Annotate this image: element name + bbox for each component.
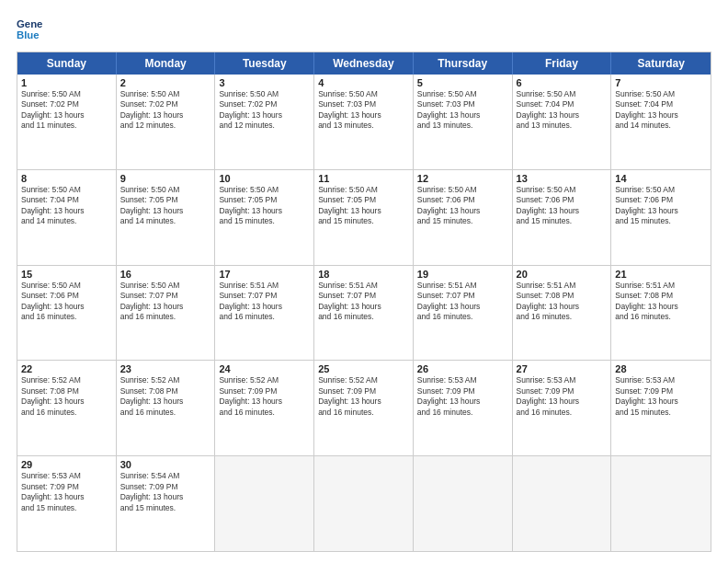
header: General Blue	[17, 17, 711, 42]
day-number: 7	[615, 77, 707, 88]
day-info: Sunrise: 5:50 AMSunset: 7:04 PMDaylight:…	[615, 89, 707, 132]
day-number: 20	[517, 269, 608, 280]
calendar-cell: 6Sunrise: 5:50 AMSunset: 7:04 PMDaylight…	[513, 75, 612, 169]
calendar-row: 1Sunrise: 5:50 AMSunset: 7:02 PMDaylight…	[17, 75, 711, 169]
calendar-cell: 14Sunrise: 5:50 AMSunset: 7:06 PMDayligh…	[611, 170, 711, 265]
day-number: 2	[120, 77, 211, 88]
day-number: 8	[21, 173, 112, 184]
day-info: Sunrise: 5:52 AMSunset: 7:08 PMDaylight:…	[21, 375, 112, 418]
day-info: Sunrise: 5:50 AMSunset: 7:02 PMDaylight:…	[21, 89, 112, 132]
day-number: 5	[417, 77, 508, 88]
day-number: 12	[417, 173, 508, 184]
day-info: Sunrise: 5:52 AMSunset: 7:09 PMDaylight:…	[219, 375, 310, 418]
day-info: Sunrise: 5:51 AMSunset: 7:08 PMDaylight:…	[615, 281, 707, 323]
calendar-cell: 15Sunrise: 5:50 AMSunset: 7:06 PMDayligh…	[17, 266, 117, 361]
weekday-header: Monday	[117, 52, 216, 75]
calendar-cell: 16Sunrise: 5:50 AMSunset: 7:07 PMDayligh…	[117, 266, 216, 361]
day-number: 22	[21, 363, 112, 374]
calendar-cell	[611, 456, 711, 551]
weekday-header: Saturday	[611, 52, 711, 75]
day-info: Sunrise: 5:52 AMSunset: 7:08 PMDaylight:…	[120, 375, 211, 418]
day-number: 6	[517, 77, 608, 88]
calendar-cell: 10Sunrise: 5:50 AMSunset: 7:05 PMDayligh…	[215, 170, 314, 265]
weekday-header: Friday	[513, 52, 612, 75]
day-number: 30	[120, 459, 211, 470]
day-number: 27	[517, 363, 608, 374]
calendar-cell: 23Sunrise: 5:52 AMSunset: 7:08 PMDayligh…	[117, 361, 216, 455]
day-info: Sunrise: 5:50 AMSunset: 7:05 PMDaylight:…	[120, 185, 211, 227]
day-info: Sunrise: 5:50 AMSunset: 7:05 PMDaylight:…	[219, 185, 310, 227]
weekday-header: Tuesday	[215, 52, 314, 75]
day-number: 10	[219, 173, 310, 184]
calendar-row: 29Sunrise: 5:53 AMSunset: 7:09 PMDayligh…	[17, 455, 711, 551]
calendar-cell: 2Sunrise: 5:50 AMSunset: 7:02 PMDaylight…	[117, 75, 216, 169]
calendar-row: 8Sunrise: 5:50 AMSunset: 7:04 PMDaylight…	[17, 169, 711, 265]
calendar-cell: 8Sunrise: 5:50 AMSunset: 7:04 PMDaylight…	[17, 170, 117, 265]
calendar-cell: 28Sunrise: 5:53 AMSunset: 7:09 PMDayligh…	[611, 361, 711, 455]
day-number: 9	[120, 173, 211, 184]
day-info: Sunrise: 5:50 AMSunset: 7:05 PMDaylight:…	[318, 185, 409, 227]
calendar-cell: 21Sunrise: 5:51 AMSunset: 7:08 PMDayligh…	[611, 266, 711, 361]
calendar-cell: 5Sunrise: 5:50 AMSunset: 7:03 PMDaylight…	[414, 75, 513, 169]
calendar-cell	[215, 456, 314, 551]
weekday-header: Thursday	[414, 52, 513, 75]
day-info: Sunrise: 5:51 AMSunset: 7:07 PMDaylight:…	[318, 281, 409, 323]
page: General Blue SundayMondayTuesdayWednesda…	[0, 0, 728, 563]
calendar-cell: 29Sunrise: 5:53 AMSunset: 7:09 PMDayligh…	[17, 456, 117, 551]
day-number: 21	[615, 269, 707, 280]
calendar-cell: 26Sunrise: 5:53 AMSunset: 7:09 PMDayligh…	[414, 361, 513, 455]
day-info: Sunrise: 5:50 AMSunset: 7:04 PMDaylight:…	[517, 89, 608, 132]
day-info: Sunrise: 5:51 AMSunset: 7:07 PMDaylight:…	[219, 281, 310, 323]
day-info: Sunrise: 5:53 AMSunset: 7:09 PMDaylight:…	[21, 471, 112, 513]
calendar-cell: 12Sunrise: 5:50 AMSunset: 7:06 PMDayligh…	[414, 170, 513, 265]
day-info: Sunrise: 5:53 AMSunset: 7:09 PMDaylight:…	[517, 375, 608, 418]
day-number: 11	[318, 173, 409, 184]
calendar-cell: 4Sunrise: 5:50 AMSunset: 7:03 PMDaylight…	[314, 75, 414, 169]
day-info: Sunrise: 5:51 AMSunset: 7:08 PMDaylight:…	[517, 281, 608, 323]
calendar-cell: 7Sunrise: 5:50 AMSunset: 7:04 PMDaylight…	[611, 75, 711, 169]
day-info: Sunrise: 5:50 AMSunset: 7:07 PMDaylight:…	[120, 281, 211, 323]
day-info: Sunrise: 5:51 AMSunset: 7:07 PMDaylight:…	[417, 281, 508, 323]
day-info: Sunrise: 5:50 AMSunset: 7:06 PMDaylight:…	[517, 185, 608, 227]
day-number: 16	[120, 269, 211, 280]
day-number: 23	[120, 363, 211, 374]
calendar-cell: 17Sunrise: 5:51 AMSunset: 7:07 PMDayligh…	[215, 266, 314, 361]
weekday-header: Sunday	[17, 52, 117, 75]
day-info: Sunrise: 5:50 AMSunset: 7:02 PMDaylight:…	[219, 89, 310, 132]
svg-text:Blue: Blue	[17, 29, 40, 40]
day-number: 29	[21, 459, 112, 470]
calendar-cell: 20Sunrise: 5:51 AMSunset: 7:08 PMDayligh…	[513, 266, 612, 361]
logo: General Blue	[17, 17, 46, 42]
day-number: 19	[417, 269, 508, 280]
day-info: Sunrise: 5:50 AMSunset: 7:06 PMDaylight:…	[615, 185, 707, 227]
calendar-row: 22Sunrise: 5:52 AMSunset: 7:08 PMDayligh…	[17, 360, 711, 455]
calendar-cell: 27Sunrise: 5:53 AMSunset: 7:09 PMDayligh…	[513, 361, 612, 455]
calendar-cell: 18Sunrise: 5:51 AMSunset: 7:07 PMDayligh…	[314, 266, 414, 361]
day-info: Sunrise: 5:50 AMSunset: 7:02 PMDaylight:…	[120, 89, 211, 132]
day-number: 24	[219, 363, 310, 374]
calendar: SundayMondayTuesdayWednesdayThursdayFrid…	[17, 52, 711, 552]
calendar-cell: 9Sunrise: 5:50 AMSunset: 7:05 PMDaylight…	[117, 170, 216, 265]
day-number: 26	[417, 363, 508, 374]
day-number: 17	[219, 269, 310, 280]
svg-text:General: General	[17, 18, 42, 29]
calendar-cell: 11Sunrise: 5:50 AMSunset: 7:05 PMDayligh…	[314, 170, 414, 265]
calendar-cell: 24Sunrise: 5:52 AMSunset: 7:09 PMDayligh…	[215, 361, 314, 455]
day-number: 4	[318, 77, 409, 88]
day-number: 1	[21, 77, 112, 88]
logo-icon: General Blue	[17, 17, 42, 42]
calendar-body: 1Sunrise: 5:50 AMSunset: 7:02 PMDaylight…	[17, 75, 711, 551]
day-info: Sunrise: 5:54 AMSunset: 7:09 PMDaylight:…	[120, 471, 211, 513]
calendar-cell	[414, 456, 513, 551]
weekday-header: Wednesday	[314, 52, 414, 75]
day-number: 13	[517, 173, 608, 184]
day-info: Sunrise: 5:50 AMSunset: 7:04 PMDaylight:…	[21, 185, 112, 227]
calendar-cell	[513, 456, 612, 551]
day-info: Sunrise: 5:53 AMSunset: 7:09 PMDaylight:…	[615, 375, 707, 418]
day-number: 3	[219, 77, 310, 88]
calendar-row: 15Sunrise: 5:50 AMSunset: 7:06 PMDayligh…	[17, 265, 711, 361]
day-info: Sunrise: 5:50 AMSunset: 7:06 PMDaylight:…	[21, 281, 112, 323]
day-number: 15	[21, 269, 112, 280]
calendar-cell: 30Sunrise: 5:54 AMSunset: 7:09 PMDayligh…	[117, 456, 216, 551]
day-info: Sunrise: 5:50 AMSunset: 7:03 PMDaylight:…	[417, 89, 508, 132]
